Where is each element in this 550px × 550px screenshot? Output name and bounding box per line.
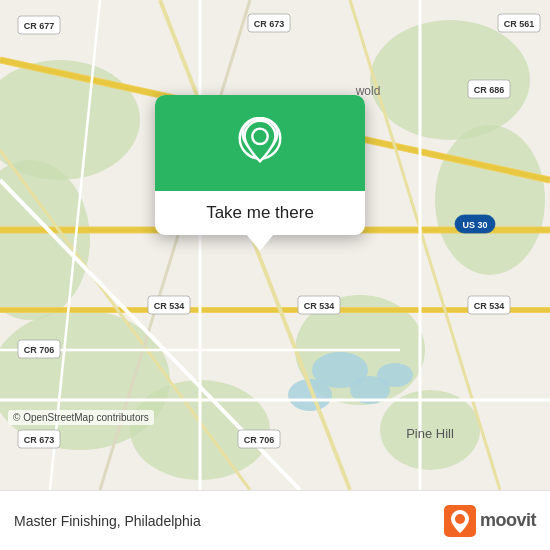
svg-text:CR 706: CR 706 xyxy=(244,435,275,445)
moovit-logo: moovit xyxy=(444,505,536,537)
svg-text:CR 561: CR 561 xyxy=(504,19,535,29)
svg-text:CR 534: CR 534 xyxy=(474,301,505,311)
svg-text:CR 706: CR 706 xyxy=(24,345,55,355)
svg-text:CR 534: CR 534 xyxy=(304,301,335,311)
bottom-bar: Master Finishing, Philadelphia moovit xyxy=(0,490,550,550)
popup-green-header xyxy=(155,95,365,191)
svg-text:CR 686: CR 686 xyxy=(474,85,505,95)
location-label: Master Finishing, Philadelphia xyxy=(14,513,434,529)
popup-card[interactable]: Take me there xyxy=(155,95,365,235)
svg-text:CR 534: CR 534 xyxy=(154,301,185,311)
map-container[interactable]: CR 677 CR 673 CR 561 CR 686 US 30 CR 534… xyxy=(0,0,550,490)
moovit-icon xyxy=(444,505,476,537)
moovit-wordmark: moovit xyxy=(480,510,536,531)
take-me-there-button[interactable]: Take me there xyxy=(155,191,365,235)
svg-text:Pine Hill: Pine Hill xyxy=(406,426,454,441)
svg-point-12 xyxy=(377,363,413,387)
svg-text:CR 673: CR 673 xyxy=(254,19,285,29)
svg-text:US 30: US 30 xyxy=(462,220,487,230)
osm-credit: © OpenStreetMap contributors xyxy=(8,410,154,425)
svg-point-57 xyxy=(455,514,465,524)
svg-text:CR 673: CR 673 xyxy=(24,435,55,445)
location-pin-icon xyxy=(236,117,284,173)
svg-text:CR 677: CR 677 xyxy=(24,21,55,31)
svg-point-6 xyxy=(435,125,545,275)
